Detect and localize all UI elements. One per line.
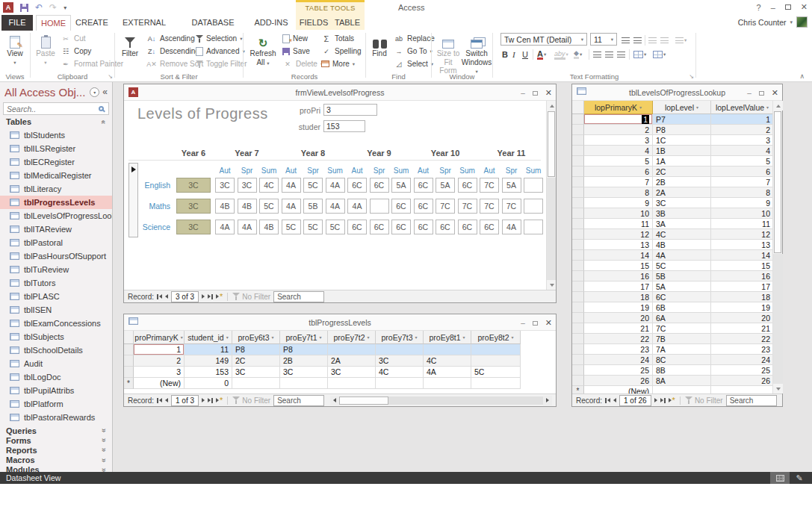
sidebar-item-tblschooldetails[interactable]: tblSchoolDetails [0, 343, 112, 357]
cell[interactable]: 6C [653, 292, 711, 302]
cell[interactable]: 8C [653, 355, 711, 365]
underline-button[interactable]: U [522, 49, 528, 60]
grid-cell[interactable]: 4A [282, 199, 301, 214]
new-blank-record-button[interactable]: * [669, 397, 675, 403]
first-record-button[interactable] [157, 398, 162, 403]
row-selector[interactable] [572, 313, 584, 323]
grid-cell[interactable]: 4B [238, 199, 257, 214]
totals-button[interactable]: ΣTotals [321, 33, 354, 44]
row-selector[interactable] [572, 355, 584, 365]
vertical-scrollbar[interactable] [546, 101, 556, 290]
sidebar-item-audit[interactable]: Audit [0, 357, 112, 370]
cell[interactable]: 6A [653, 313, 711, 323]
last-record-button[interactable] [660, 398, 666, 403]
field-input-studer[interactable]: 153 [323, 120, 365, 132]
cell[interactable] [376, 378, 424, 389]
grid-cell[interactable] [524, 199, 543, 214]
row-selector[interactable] [572, 156, 584, 167]
cell[interactable]: 7C [653, 323, 711, 334]
maximize-icon[interactable] [759, 91, 764, 96]
sidebar-group-queries[interactable]: Queries« [0, 426, 112, 435]
gridlines-button[interactable]: ▾ [633, 49, 646, 60]
first-record-button[interactable] [157, 294, 162, 299]
record-search-input[interactable]: Search [726, 395, 777, 406]
cell[interactable]: 13 [711, 240, 772, 250]
selection-button[interactable]: Selection▾ [196, 33, 242, 44]
cell[interactable]: 23 [711, 344, 772, 355]
help-icon[interactable]: ? [757, 3, 761, 12]
filter-indicator[interactable]: No Filter [685, 396, 723, 405]
grid-cell[interactable]: 6C [391, 220, 411, 234]
font-size-select[interactable]: 11▾ [590, 33, 617, 46]
scroll-left-icon[interactable] [330, 396, 339, 405]
row-selector[interactable] [572, 376, 584, 386]
grid-cell[interactable]: 6C [370, 178, 389, 193]
grid-cell[interactable]: 5B [303, 199, 323, 214]
cut-button[interactable]: ✂Cut [61, 33, 86, 44]
cell[interactable]: (New) [584, 386, 653, 394]
cell[interactable]: 1A [653, 156, 711, 167]
cell[interactable]: 9 [584, 198, 653, 208]
cell[interactable]: 5B [653, 271, 711, 282]
cell[interactable]: 7A [653, 344, 711, 355]
cell[interactable]: 6 [584, 167, 653, 177]
new-blank-record-button[interactable]: * [216, 397, 223, 403]
sidebar-item-tblpashoursofsupport[interactable]: tblPasHoursOfSupport [0, 249, 112, 263]
grid-cell[interactable]: 6C [347, 178, 367, 193]
cell[interactable]: 22 [711, 334, 772, 344]
cell[interactable]: 9 [711, 198, 772, 208]
cell[interactable]: 1 [134, 344, 185, 355]
minimize-icon[interactable]: – [747, 89, 751, 97]
cell[interactable]: 8 [711, 187, 772, 198]
cell[interactable]: 1C [653, 135, 711, 146]
sidebar-group-reports[interactable]: Reports« [0, 445, 112, 455]
align-center-button[interactable] [605, 49, 613, 60]
cell[interactable]: 6B [653, 302, 711, 313]
new-record-button[interactable]: New [282, 33, 308, 44]
grid-cell[interactable]: 6C [480, 220, 499, 234]
cell[interactable] [711, 386, 772, 394]
cell[interactable] [328, 378, 376, 389]
cell[interactable]: 20 [711, 313, 772, 323]
cell[interactable]: 3A [653, 219, 711, 229]
row-selector[interactable] [572, 365, 584, 376]
cell[interactable]: 14 [711, 250, 772, 261]
filter-indicator[interactable]: No Filter [232, 396, 270, 405]
clipboard-dialog-launcher-icon[interactable]: ↘ [108, 73, 113, 80]
cell[interactable]: P8 [280, 344, 328, 355]
sidebar-item-tblplasc[interactable]: tblPLASC [0, 290, 112, 303]
cell[interactable] [471, 378, 521, 389]
record-position[interactable]: 1 of 3 [171, 395, 199, 406]
cell[interactable]: 21 [711, 323, 772, 334]
bullets-button[interactable] [622, 34, 630, 46]
sidebar-item-tblpastoralrewards[interactable]: tblPastoralRewards [0, 411, 112, 424]
sidebar-item-tblsubjects[interactable]: tblSubjects [0, 330, 112, 343]
numbering-button[interactable] [633, 34, 642, 46]
scroll-down-icon[interactable] [773, 384, 783, 394]
cell[interactable]: 2 [711, 125, 772, 135]
record-position[interactable]: 1 of 26 [619, 395, 651, 406]
grid-cell[interactable]: 6C [458, 178, 477, 193]
cell[interactable]: 149 [185, 355, 232, 367]
scrollbar-thumb[interactable] [339, 396, 388, 405]
cell[interactable]: 3 [584, 135, 653, 146]
row-selector[interactable] [124, 355, 134, 367]
cell[interactable]: 12 [584, 229, 653, 240]
tables-group-header[interactable]: Tables « [0, 116, 112, 127]
size-to-fit-form-button[interactable]: Size toFit Form [435, 32, 462, 75]
align-left-button[interactable] [593, 49, 601, 60]
cell[interactable]: 3B [653, 208, 711, 219]
close-icon[interactable]: ✕ [772, 88, 778, 98]
grid-cell[interactable]: 4B [259, 220, 279, 234]
cell[interactable]: 2C [653, 167, 711, 177]
grid-cell[interactable]: 4A [326, 178, 345, 193]
cell[interactable]: 15 [584, 261, 653, 271]
cell[interactable]: 23 [584, 344, 653, 355]
cell[interactable] [424, 378, 471, 389]
italic-button[interactable]: I [512, 49, 515, 60]
restore-icon[interactable] [785, 4, 791, 10]
last-record-button[interactable] [208, 398, 213, 403]
tab-add-ins[interactable]: ADD-INS [250, 15, 292, 31]
cell[interactable]: 5C [471, 367, 521, 378]
new-record-selector[interactable]: * [124, 378, 134, 389]
